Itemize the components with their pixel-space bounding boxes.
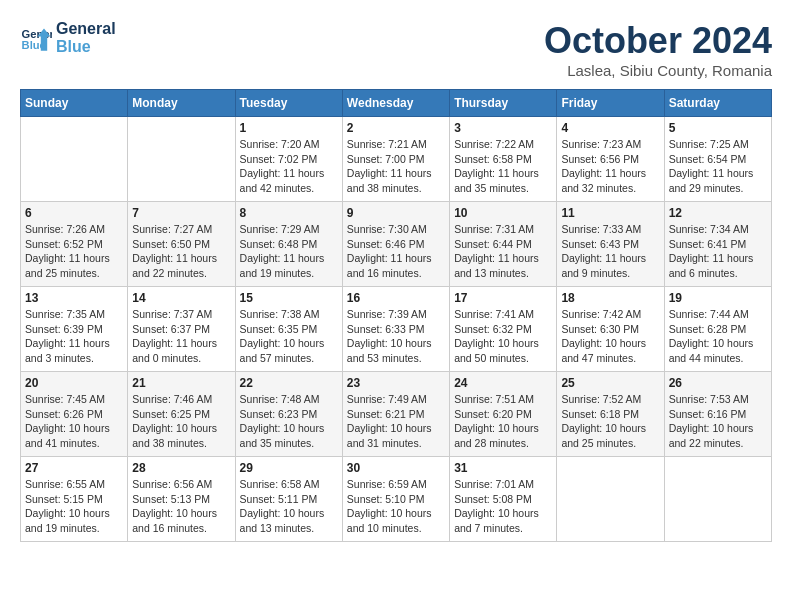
title-block: October 2024 Laslea, Sibiu County, Roman… (544, 20, 772, 79)
day-number: 4 (561, 121, 659, 135)
logo-icon: General Blue (20, 22, 52, 54)
calendar-cell: 7Sunrise: 7:27 AM Sunset: 6:50 PM Daylig… (128, 202, 235, 287)
day-number: 18 (561, 291, 659, 305)
calendar-cell: 28Sunrise: 6:56 AM Sunset: 5:13 PM Dayli… (128, 457, 235, 542)
page-header: General Blue General Blue October 2024 L… (20, 20, 772, 79)
calendar-cell: 20Sunrise: 7:45 AM Sunset: 6:26 PM Dayli… (21, 372, 128, 457)
calendar-cell: 6Sunrise: 7:26 AM Sunset: 6:52 PM Daylig… (21, 202, 128, 287)
day-number: 8 (240, 206, 338, 220)
day-info: Sunrise: 7:45 AM Sunset: 6:26 PM Dayligh… (25, 392, 123, 451)
day-number: 1 (240, 121, 338, 135)
day-info: Sunrise: 7:42 AM Sunset: 6:30 PM Dayligh… (561, 307, 659, 366)
calendar-week-4: 20Sunrise: 7:45 AM Sunset: 6:26 PM Dayli… (21, 372, 772, 457)
calendar-cell (557, 457, 664, 542)
day-number: 2 (347, 121, 445, 135)
calendar-cell: 18Sunrise: 7:42 AM Sunset: 6:30 PM Dayli… (557, 287, 664, 372)
calendar-cell: 26Sunrise: 7:53 AM Sunset: 6:16 PM Dayli… (664, 372, 771, 457)
weekday-header-wednesday: Wednesday (342, 90, 449, 117)
day-number: 29 (240, 461, 338, 475)
day-number: 21 (132, 376, 230, 390)
calendar-cell: 21Sunrise: 7:46 AM Sunset: 6:25 PM Dayli… (128, 372, 235, 457)
day-info: Sunrise: 7:23 AM Sunset: 6:56 PM Dayligh… (561, 137, 659, 196)
calendar-cell: 23Sunrise: 7:49 AM Sunset: 6:21 PM Dayli… (342, 372, 449, 457)
day-info: Sunrise: 6:58 AM Sunset: 5:11 PM Dayligh… (240, 477, 338, 536)
calendar-cell: 5Sunrise: 7:25 AM Sunset: 6:54 PM Daylig… (664, 117, 771, 202)
calendar-cell: 11Sunrise: 7:33 AM Sunset: 6:43 PM Dayli… (557, 202, 664, 287)
day-info: Sunrise: 7:53 AM Sunset: 6:16 PM Dayligh… (669, 392, 767, 451)
day-info: Sunrise: 7:21 AM Sunset: 7:00 PM Dayligh… (347, 137, 445, 196)
day-info: Sunrise: 7:34 AM Sunset: 6:41 PM Dayligh… (669, 222, 767, 281)
day-number: 17 (454, 291, 552, 305)
day-number: 10 (454, 206, 552, 220)
day-info: Sunrise: 7:44 AM Sunset: 6:28 PM Dayligh… (669, 307, 767, 366)
calendar-cell: 25Sunrise: 7:52 AM Sunset: 6:18 PM Dayli… (557, 372, 664, 457)
calendar-cell: 17Sunrise: 7:41 AM Sunset: 6:32 PM Dayli… (450, 287, 557, 372)
day-info: Sunrise: 7:52 AM Sunset: 6:18 PM Dayligh… (561, 392, 659, 451)
calendar-cell: 8Sunrise: 7:29 AM Sunset: 6:48 PM Daylig… (235, 202, 342, 287)
calendar-cell: 12Sunrise: 7:34 AM Sunset: 6:41 PM Dayli… (664, 202, 771, 287)
day-info: Sunrise: 7:22 AM Sunset: 6:58 PM Dayligh… (454, 137, 552, 196)
day-number: 5 (669, 121, 767, 135)
day-number: 15 (240, 291, 338, 305)
calendar-cell (128, 117, 235, 202)
calendar-cell: 16Sunrise: 7:39 AM Sunset: 6:33 PM Dayli… (342, 287, 449, 372)
day-number: 19 (669, 291, 767, 305)
day-info: Sunrise: 6:59 AM Sunset: 5:10 PM Dayligh… (347, 477, 445, 536)
day-info: Sunrise: 7:33 AM Sunset: 6:43 PM Dayligh… (561, 222, 659, 281)
day-info: Sunrise: 7:48 AM Sunset: 6:23 PM Dayligh… (240, 392, 338, 451)
weekday-header-monday: Monday (128, 90, 235, 117)
weekday-header-tuesday: Tuesday (235, 90, 342, 117)
day-number: 28 (132, 461, 230, 475)
location: Laslea, Sibiu County, Romania (544, 62, 772, 79)
day-info: Sunrise: 6:56 AM Sunset: 5:13 PM Dayligh… (132, 477, 230, 536)
calendar-cell: 2Sunrise: 7:21 AM Sunset: 7:00 PM Daylig… (342, 117, 449, 202)
calendar-week-3: 13Sunrise: 7:35 AM Sunset: 6:39 PM Dayli… (21, 287, 772, 372)
day-info: Sunrise: 7:20 AM Sunset: 7:02 PM Dayligh… (240, 137, 338, 196)
calendar-cell: 24Sunrise: 7:51 AM Sunset: 6:20 PM Dayli… (450, 372, 557, 457)
weekday-header-friday: Friday (557, 90, 664, 117)
day-number: 16 (347, 291, 445, 305)
day-info: Sunrise: 7:41 AM Sunset: 6:32 PM Dayligh… (454, 307, 552, 366)
day-number: 7 (132, 206, 230, 220)
calendar-cell (664, 457, 771, 542)
day-info: Sunrise: 7:31 AM Sunset: 6:44 PM Dayligh… (454, 222, 552, 281)
calendar-cell: 31Sunrise: 7:01 AM Sunset: 5:08 PM Dayli… (450, 457, 557, 542)
day-info: Sunrise: 7:51 AM Sunset: 6:20 PM Dayligh… (454, 392, 552, 451)
weekday-header-saturday: Saturday (664, 90, 771, 117)
day-number: 20 (25, 376, 123, 390)
logo: General Blue General Blue (20, 20, 116, 55)
calendar-cell: 1Sunrise: 7:20 AM Sunset: 7:02 PM Daylig… (235, 117, 342, 202)
calendar-cell: 3Sunrise: 7:22 AM Sunset: 6:58 PM Daylig… (450, 117, 557, 202)
day-info: Sunrise: 7:26 AM Sunset: 6:52 PM Dayligh… (25, 222, 123, 281)
day-number: 14 (132, 291, 230, 305)
calendar-cell: 10Sunrise: 7:31 AM Sunset: 6:44 PM Dayli… (450, 202, 557, 287)
logo-text: General Blue (56, 20, 116, 55)
day-info: Sunrise: 7:49 AM Sunset: 6:21 PM Dayligh… (347, 392, 445, 451)
calendar-cell: 30Sunrise: 6:59 AM Sunset: 5:10 PM Dayli… (342, 457, 449, 542)
day-info: Sunrise: 7:35 AM Sunset: 6:39 PM Dayligh… (25, 307, 123, 366)
month-title: October 2024 (544, 20, 772, 62)
day-number: 26 (669, 376, 767, 390)
day-number: 11 (561, 206, 659, 220)
calendar-cell: 13Sunrise: 7:35 AM Sunset: 6:39 PM Dayli… (21, 287, 128, 372)
day-info: Sunrise: 7:29 AM Sunset: 6:48 PM Dayligh… (240, 222, 338, 281)
calendar-cell: 9Sunrise: 7:30 AM Sunset: 6:46 PM Daylig… (342, 202, 449, 287)
day-info: Sunrise: 7:46 AM Sunset: 6:25 PM Dayligh… (132, 392, 230, 451)
calendar-cell: 4Sunrise: 7:23 AM Sunset: 6:56 PM Daylig… (557, 117, 664, 202)
day-number: 30 (347, 461, 445, 475)
weekday-header-row: SundayMondayTuesdayWednesdayThursdayFrid… (21, 90, 772, 117)
day-info: Sunrise: 6:55 AM Sunset: 5:15 PM Dayligh… (25, 477, 123, 536)
calendar-cell: 27Sunrise: 6:55 AM Sunset: 5:15 PM Dayli… (21, 457, 128, 542)
day-number: 6 (25, 206, 123, 220)
day-number: 27 (25, 461, 123, 475)
weekday-header-thursday: Thursday (450, 90, 557, 117)
day-info: Sunrise: 7:27 AM Sunset: 6:50 PM Dayligh… (132, 222, 230, 281)
calendar-cell (21, 117, 128, 202)
calendar-week-5: 27Sunrise: 6:55 AM Sunset: 5:15 PM Dayli… (21, 457, 772, 542)
day-number: 9 (347, 206, 445, 220)
calendar-cell: 19Sunrise: 7:44 AM Sunset: 6:28 PM Dayli… (664, 287, 771, 372)
weekday-header-sunday: Sunday (21, 90, 128, 117)
day-number: 23 (347, 376, 445, 390)
day-info: Sunrise: 7:38 AM Sunset: 6:35 PM Dayligh… (240, 307, 338, 366)
calendar-cell: 14Sunrise: 7:37 AM Sunset: 6:37 PM Dayli… (128, 287, 235, 372)
